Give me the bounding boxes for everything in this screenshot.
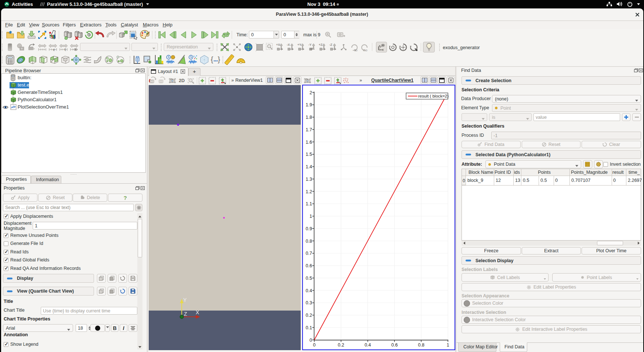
- svg-text:0.6: 0.6: [306, 263, 312, 268]
- svg-text:-90: -90: [363, 49, 368, 52]
- svg-text:0.2: 0.2: [338, 342, 344, 348]
- svg-text:1.3: 1.3: [306, 177, 312, 182]
- svg-text:+Z: +Z: [319, 43, 322, 47]
- svg-text:0.2: 0.2: [306, 313, 312, 318]
- svg-text:1: 1: [310, 214, 312, 219]
- svg-text:0.8: 0.8: [418, 342, 424, 348]
- svg-text:Y: Y: [183, 297, 187, 303]
- svg-text:e: e: [53, 47, 55, 52]
- svg-text:0.1: 0.1: [306, 325, 312, 330]
- svg-text:1.5: 1.5: [306, 152, 312, 157]
- svg-text:1.8: 1.8: [306, 115, 312, 120]
- svg-text:0.9: 0.9: [306, 226, 312, 231]
- svg-text:0: 0: [310, 338, 312, 343]
- svg-text:+Y: +Y: [297, 43, 301, 47]
- svg-text:+X: +X: [276, 43, 280, 47]
- svg-text:1.2: 1.2: [306, 189, 312, 194]
- svg-text:Z: Z: [184, 311, 187, 317]
- svg-text:0.4: 0.4: [365, 342, 371, 348]
- svg-text:0.4: 0.4: [306, 288, 312, 293]
- svg-text:1.6: 1.6: [306, 140, 312, 145]
- svg-text:0.3: 0.3: [306, 300, 312, 305]
- svg-text:0: 0: [313, 342, 316, 348]
- svg-text:1.9: 1.9: [306, 102, 312, 107]
- svg-text:-Y: -Y: [308, 43, 312, 47]
- svg-text:}: }: [218, 55, 220, 63]
- svg-text:X: X: [196, 309, 199, 315]
- svg-text:t: t: [65, 47, 66, 52]
- svg-text:{: {: [211, 55, 213, 63]
- svg-text:0.5: 0.5: [306, 276, 312, 281]
- svg-text:0.8: 0.8: [306, 239, 312, 244]
- svg-text:-Z: -Z: [329, 43, 332, 47]
- svg-text:result ( block=2): result ( block=2): [418, 94, 449, 98]
- svg-text:0.7: 0.7: [306, 251, 312, 256]
- svg-text:0.6: 0.6: [391, 342, 398, 348]
- svg-text:1.4: 1.4: [306, 164, 312, 169]
- svg-text:1.7: 1.7: [306, 127, 312, 132]
- svg-text:1: 1: [447, 342, 449, 348]
- svg-text:1.1: 1.1: [306, 201, 312, 206]
- svg-text:-X: -X: [287, 43, 290, 47]
- svg-text:2: 2: [310, 90, 312, 95]
- svg-text:+90: +90: [352, 49, 358, 52]
